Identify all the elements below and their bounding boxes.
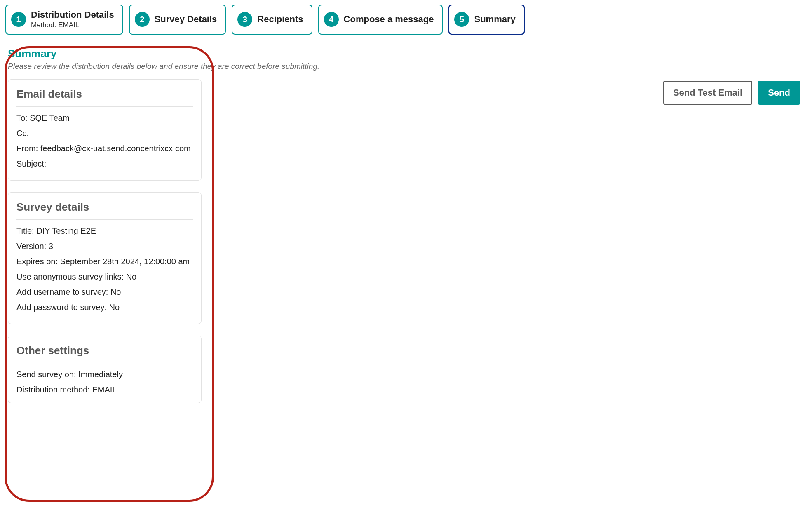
email-to: To: SQE Team — [16, 113, 193, 124]
step-title: Survey Details — [155, 14, 217, 25]
app-frame: 1 Distribution Details Method: EMAIL 2 S… — [0, 0, 810, 508]
survey-add-username: Add username to survey: No — [16, 287, 193, 298]
wizard-stepper: 1 Distribution Details Method: EMAIL 2 S… — [5, 5, 805, 40]
card-divider — [16, 219, 193, 220]
step-distribution-details[interactable]: 1 Distribution Details Method: EMAIL — [5, 5, 123, 35]
card-title: Survey details — [16, 201, 193, 214]
survey-details-card: Survey details Title: DIY Testing E2E Ve… — [8, 192, 202, 324]
step-labels: Distribution Details Method: EMAIL — [31, 9, 114, 30]
step-labels: Survey Details — [155, 14, 217, 25]
layout-row: Email details To: SQE Team Cc: From: fee… — [8, 79, 803, 403]
other-settings-card: Other settings Send survey on: Immediate… — [8, 336, 202, 403]
step-number-badge: 2 — [135, 12, 150, 27]
step-summary[interactable]: 5 Summary — [448, 5, 524, 35]
distribution-method: Distribution method: EMAIL — [16, 384, 193, 395]
step-title: Recipients — [257, 14, 303, 25]
send-test-email-button[interactable]: Send Test Email — [663, 81, 752, 105]
card-title: Other settings — [16, 344, 193, 357]
step-number-badge: 3 — [237, 12, 252, 27]
step-labels: Compose a message — [344, 14, 434, 25]
survey-expires: Expires on: September 28th 2024, 12:00:0… — [16, 256, 193, 267]
page-content: Summary Please review the distribution d… — [5, 40, 805, 403]
step-survey-details[interactable]: 2 Survey Details — [129, 5, 226, 35]
card-divider — [16, 363, 193, 363]
send-survey-on: Send survey on: Immediately — [16, 369, 193, 380]
survey-anon-links: Use anonymous survey links: No — [16, 271, 193, 282]
email-cc: Cc: — [16, 128, 193, 139]
email-details-card: Email details To: SQE Team Cc: From: fee… — [8, 79, 202, 181]
step-title: Summary — [474, 14, 515, 25]
card-title: Email details — [16, 88, 193, 101]
step-number-badge: 5 — [454, 12, 469, 27]
step-recipients[interactable]: 3 Recipients — [232, 5, 312, 35]
survey-version: Version: 3 — [16, 241, 193, 252]
step-labels: Recipients — [257, 14, 303, 25]
step-title: Distribution Details — [31, 9, 114, 20]
step-labels: Summary — [474, 14, 515, 25]
page-subtitle: Please review the distribution details b… — [8, 62, 803, 71]
email-subject: Subject: — [16, 158, 193, 169]
survey-title: Title: DIY Testing E2E — [16, 226, 193, 237]
send-button[interactable]: Send — [758, 81, 800, 105]
step-subtitle: Method: EMAIL — [31, 21, 114, 29]
step-compose-message[interactable]: 4 Compose a message — [318, 5, 443, 35]
email-from: From: feedback@cx-uat.send.concentrixcx.… — [16, 143, 193, 154]
actions-column: Send Test Email Send — [218, 79, 803, 105]
card-divider — [16, 106, 193, 107]
step-number-badge: 1 — [11, 12, 26, 27]
summary-column: Email details To: SQE Team Cc: From: fee… — [8, 79, 202, 403]
page-title: Summary — [8, 47, 803, 60]
survey-add-password: Add password to survey: No — [16, 302, 193, 313]
step-title: Compose a message — [344, 14, 434, 25]
action-buttons: Send Test Email Send — [663, 81, 800, 105]
step-number-badge: 4 — [324, 12, 339, 27]
